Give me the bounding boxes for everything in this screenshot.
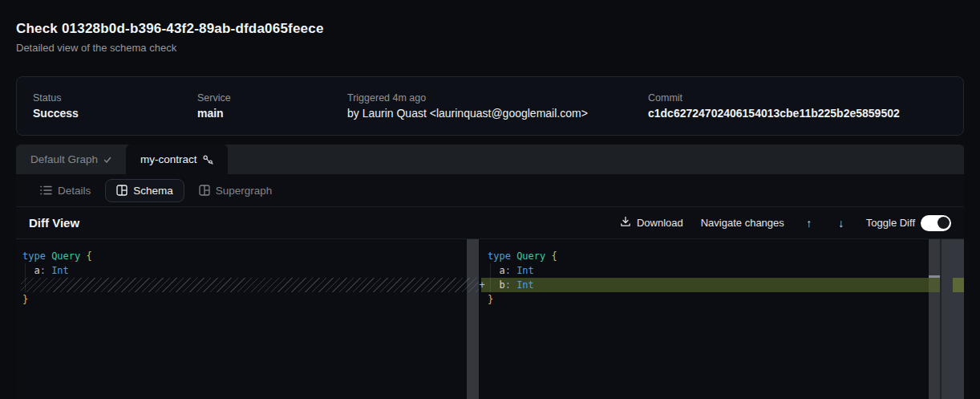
tab-schema[interactable]: Schema [105, 179, 184, 202]
tab-supergraph-label: Supergraph [216, 185, 273, 197]
check-icon [103, 156, 111, 164]
page-title: Check 01328b0d-b396-43f2-89ab-dfda065fee… [16, 21, 324, 37]
summary-status: Status Success [33, 92, 197, 120]
code-line: type Query { [16, 249, 479, 263]
tab-supergraph[interactable]: Supergraph [188, 179, 284, 202]
list-icon [40, 185, 52, 195]
default-graph-label: Default Graph [30, 153, 98, 165]
commit-label: Commit [648, 92, 947, 104]
status-label: Status [33, 92, 197, 104]
page-subtitle: Detailed view of the schema check [16, 42, 176, 54]
code-line: b: Int [481, 278, 929, 292]
navigate-changes-label: Navigate changes [701, 217, 784, 229]
tab-details[interactable]: Details [29, 179, 102, 202]
tab-schema-label: Schema [133, 185, 173, 197]
added-line-scrollbar-overlay [929, 278, 940, 292]
view-tabs: Details Schema Supergraph [16, 174, 964, 206]
toggle-knob [937, 217, 950, 229]
download-label: Download [637, 217, 683, 229]
status-value: Success [33, 107, 197, 120]
contract-icon [203, 154, 213, 165]
added-line-ruler-marker [953, 278, 964, 292]
summary-commit: Commit c1dc62724702406154013cbe11b225b2e… [648, 92, 947, 120]
summary-triggered: Triggered 4m ago by Laurin Quast <laurin… [347, 92, 648, 120]
download-icon [620, 216, 631, 230]
commit-value: c1dc62724702406154013cbe11b225b2e5859502 [648, 107, 947, 120]
code-line: a: Int [481, 263, 964, 278]
diff-pane-after[interactable]: type Query { a: Int b: Int} [481, 239, 964, 399]
summary-service: Service main [197, 92, 347, 120]
code-after: type Query { a: Int b: Int} [481, 249, 964, 307]
diff-pane-before[interactable]: type Query { a: Int} [16, 239, 479, 399]
my-contract-label: my-contract [140, 153, 197, 165]
columns-icon [199, 185, 210, 196]
code-line [21, 278, 479, 292]
diff-view-title: Diff View [29, 216, 79, 230]
code-line: } [16, 292, 479, 307]
toggle-diff-group: Toggle Diff [866, 215, 951, 231]
code-before: type Query { a: Int} [16, 249, 479, 307]
code-line: a: Int [16, 263, 479, 278]
diff-add-marker: + [476, 278, 488, 292]
triggered-label: Triggered 4m ago [347, 92, 648, 104]
indent-guide [25, 263, 26, 292]
check-summary-card: Status Success Service main Triggered 4m… [16, 76, 964, 136]
diff-editor: type Query { a: Int} type Query { a: Int… [16, 239, 964, 399]
triggered-value: by Laurin Quast <laurinquast@googlemail.… [347, 107, 648, 120]
arrow-down-icon[interactable]: ↓ [834, 217, 848, 230]
tab-my-contract[interactable]: my-contract [126, 145, 228, 174]
columns-icon [116, 185, 128, 196]
diff-header: Diff View Download Navigate changes ↑ ↓ … [16, 206, 964, 239]
graph-tabstrip: Default Graph my-contract [16, 145, 964, 174]
toggle-diff-switch[interactable] [921, 215, 951, 231]
tab-default-graph[interactable]: Default Graph [16, 145, 126, 174]
indent-guide [490, 263, 491, 292]
service-value: main [197, 107, 347, 120]
tab-details-label: Details [58, 185, 91, 197]
toggle-diff-label: Toggle Diff [866, 217, 915, 229]
service-label: Service [197, 92, 347, 104]
code-line: type Query { [481, 249, 964, 263]
code-line: } [481, 292, 964, 307]
download-button[interactable]: Download [620, 216, 683, 230]
arrow-up-icon[interactable]: ↑ [802, 217, 816, 230]
